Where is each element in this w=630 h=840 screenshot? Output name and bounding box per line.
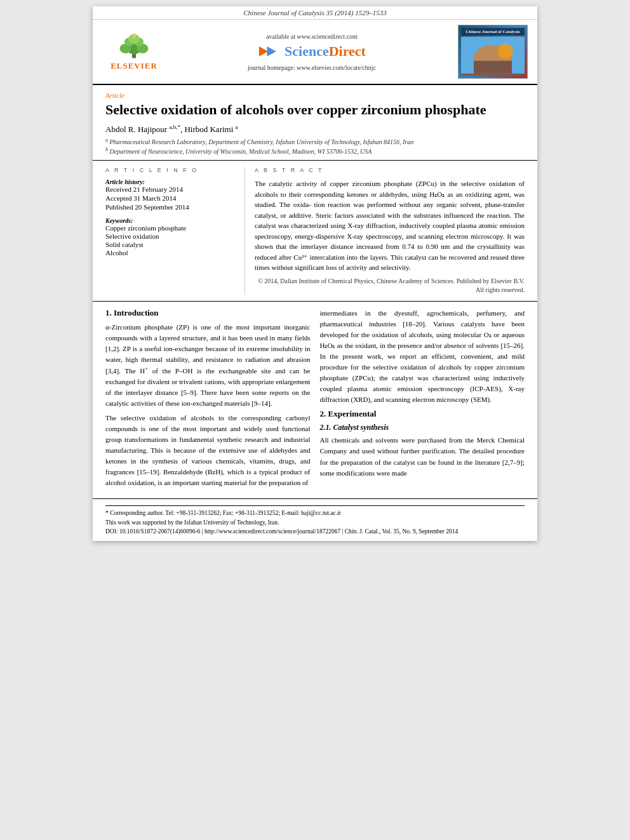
keyword-4: Alcohol [105,249,235,257]
main-right-column: intermediates in the dyestuff, agrochemi… [320,308,525,492]
keyword-3: Solid catalyst [105,241,235,248]
journal-header: ELSEVIER available at www.sciencedirect.… [93,20,537,85]
elsevier-logo: ELSEVIER [102,30,166,74]
copyright-text: © 2014, Dalian Institute of Chemical Phy… [255,277,525,295]
sciencedirect-icon [258,43,281,60]
journal-cover-image: Chinese Journal of Catalysis [458,25,528,79]
abstract-header: A B S T R A C T [255,167,525,173]
main-body: 1. Introduction α-Zirconium phosphate (Z… [93,302,537,498]
abstract-column: A B S T R A C T The catalytic activity o… [245,167,525,295]
keyword-2: Selective oxidation [105,232,235,240]
intro-para1: α-Zirconium phosphate (ZP) is one of the… [105,322,311,409]
svg-point-15 [498,44,513,59]
corresponding-author-note: * Corresponding author. Tel: +98-311-391… [105,509,525,517]
sciencedirect-text: ScienceDirect [285,43,366,60]
page-footer: * Corresponding author. Tel: +98-311-391… [93,498,537,541]
journal-cover-graphic [461,37,525,76]
received-date: Received 21 February 2014 [105,185,235,193]
journal-cover-section: Chinese Journal of Catalysis [455,25,531,79]
catalyst-synthesis-title: 2.1. Catalyst synthesis [320,423,525,432]
affiliation-b: b Department of Neuroscience, University… [105,147,525,155]
svg-rect-14 [474,61,512,74]
authors-line: Abdol R. Hajipour a,b,*, Hirbod Karimi a [105,124,525,135]
available-text: available at www.sciencedirect.com [266,33,358,40]
footer-divider [105,505,525,506]
sciencedirect-section: available at www.sciencedirect.com Scien… [174,33,450,71]
intro-para2: The selective oxidation of alcohols to t… [105,413,311,488]
svg-marker-11 [267,46,276,56]
journal-citation: Chinese Journal of Catalysis 35 (2014) 1… [93,6,537,20]
elsevier-brand-text: ELSEVIER [111,61,158,71]
page: Chinese Journal of Catalysis 35 (2014) 1… [93,6,537,541]
article-header: Article Selective oxidation of alcohols … [93,85,537,161]
cover-graphic-svg [461,37,525,76]
support-note: This work was supported by the Isfahan U… [105,518,525,527]
article-title: Selective oxidation of alcohols over cop… [105,101,525,119]
right-para2: All chemicals and solvents were purchase… [320,435,525,478]
article-info-header: A R T I C L E I N F O [105,167,235,173]
abstract-body: The catalytic activity of copper zirconi… [255,178,525,273]
journal-homepage-text: journal homepage: www.elsevier.com/locat… [248,64,376,71]
experimental-title: 2. Experimental [320,409,525,419]
introduction-title: 1. Introduction [105,308,311,318]
article-info-column: A R T I C L E I N F O Article history: R… [105,167,245,295]
keywords-label: Keywords: [105,217,235,224]
main-left-column: 1. Introduction α-Zirconium phosphate (Z… [105,308,311,492]
doi-line: DOI: 10.1016/S1872-2067(14)60096-6 | htt… [105,527,525,536]
article-history-label: Article history: [105,178,235,185]
article-info-abstract: A R T I C L E I N F O Article history: R… [93,161,537,302]
keywords-section: Keywords: Copper zirconium phosphate Sel… [105,217,235,257]
sciencedirect-logo: ScienceDirect [258,43,366,60]
article-type-label: Article [105,91,525,99]
journal-cover-title: Chinese Journal of Catalysis [461,28,525,36]
published-date: Published 20 September 2014 [105,203,235,211]
affiliation-a: a Pharmaceutical Research Laboratory, De… [105,137,525,145]
svg-marker-10 [259,46,268,56]
accepted-date: Accepted 31 March 2014 [105,194,235,202]
keyword-1: Copper zirconium phosphate [105,224,235,232]
svg-rect-9 [133,34,135,35]
elsevier-logo-section: ELSEVIER [99,30,169,74]
elsevier-tree-icon [115,33,153,60]
right-para1: intermediates in the dyestuff, agrochemi… [320,308,525,405]
